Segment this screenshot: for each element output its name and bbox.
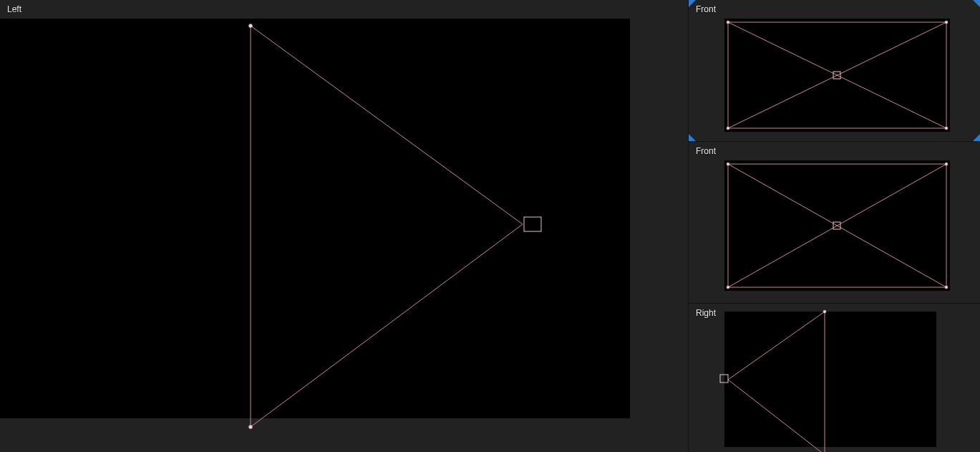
viewport-label-front1: Front bbox=[696, 4, 716, 14]
scene-front1 bbox=[724, 19, 950, 132]
viewport-label-front2: Front bbox=[696, 146, 716, 156]
viewport-right[interactable]: Right bbox=[689, 304, 980, 452]
svg-line-23 bbox=[728, 380, 825, 452]
viewport-front-bottom[interactable]: Front bbox=[689, 142, 980, 304]
viewport-layout: Left Front bbox=[0, 0, 980, 452]
viewport-left[interactable]: Left bbox=[0, 0, 689, 452]
active-corner-icon bbox=[973, 134, 980, 141]
svg-point-26 bbox=[823, 310, 826, 313]
viewport-front-top[interactable]: Front bbox=[689, 0, 980, 142]
svg-rect-3 bbox=[524, 217, 541, 231]
svg-point-4 bbox=[249, 24, 253, 28]
active-corner-icon bbox=[689, 0, 696, 7]
scene-right bbox=[724, 312, 936, 447]
viewport-label-right: Right bbox=[696, 308, 716, 318]
render-area-right[interactable] bbox=[724, 312, 936, 447]
svg-point-21 bbox=[945, 286, 948, 289]
svg-point-12 bbox=[727, 127, 729, 130]
active-corner-icon bbox=[973, 0, 980, 7]
svg-point-18 bbox=[727, 163, 729, 165]
scene-front2 bbox=[724, 160, 950, 291]
render-area-front2[interactable] bbox=[724, 160, 950, 291]
svg-line-0 bbox=[251, 26, 523, 224]
svg-point-19 bbox=[945, 163, 948, 165]
scene-left bbox=[0, 19, 630, 418]
svg-point-11 bbox=[945, 21, 948, 24]
svg-rect-25 bbox=[720, 375, 728, 383]
svg-point-5 bbox=[249, 425, 253, 429]
svg-line-22 bbox=[728, 312, 825, 380]
render-area-front1[interactable] bbox=[724, 19, 950, 132]
svg-point-13 bbox=[945, 127, 948, 130]
svg-point-10 bbox=[727, 21, 729, 24]
viewport-right-column: Front Front bbox=[689, 0, 980, 452]
svg-point-20 bbox=[727, 286, 729, 289]
active-corner-icon bbox=[689, 134, 696, 141]
viewport-label-left: Left bbox=[7, 4, 21, 14]
render-area-left[interactable] bbox=[0, 19, 630, 418]
svg-line-1 bbox=[251, 224, 523, 427]
